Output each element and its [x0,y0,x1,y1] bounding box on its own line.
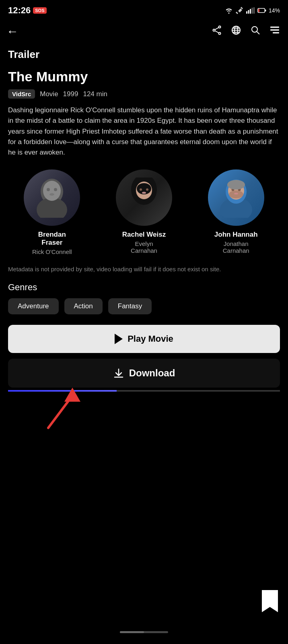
cast-member-brendan: BrendanFraser Rick O'Connell [8,169,96,255]
svg-rect-7 [258,9,259,12]
cast-name-brendan: BrendanFraser [38,231,66,247]
movie-description: Dashing legionnaire Rick O'Connell stumb… [8,105,280,158]
section-label: Trailer [8,42,280,64]
svg-point-18 [252,27,257,32]
bookmark-container [260,590,280,616]
main-content: Trailer The Mummy VidSrc Movie 1999 124 … [0,42,288,428]
movie-duration: 124 min [83,90,107,98]
svg-point-10 [219,33,221,35]
genre-action[interactable]: Action [64,298,103,314]
genre-adventure[interactable]: Adventure [8,298,59,314]
meta-row: VidSrc Movie 1999 124 min [8,89,280,99]
svg-rect-1 [248,10,249,14]
genres-row: Adventure Action Fantasy [8,298,280,314]
play-movie-label: Play Movie [128,334,173,344]
search-icon[interactable] [250,25,261,38]
svg-line-11 [215,28,219,30]
top-nav: ← [0,21,288,42]
play-movie-button[interactable]: Play Movie [8,325,280,353]
svg-rect-22 [273,32,279,33]
cast-avatar-john[interactable] [208,169,264,226]
genre-fantasy[interactable]: Fantasy [108,298,152,314]
cast-member-john: John Hannah JonathanCarnahan [192,169,280,255]
movie-year: 1999 [63,90,78,98]
status-bar: 12:26 SOS [0,0,288,21]
bottom-bar [0,620,288,644]
svg-rect-2 [250,9,251,14]
svg-rect-20 [270,27,279,28]
vidsrc-badge: VidSrc [8,89,35,99]
battery-text: 14% [269,7,280,14]
cast-avatar-rachel[interactable] [116,169,172,226]
cast-name-rachel: Rachel Weisz [122,231,166,239]
svg-rect-4 [253,7,255,14]
svg-rect-0 [246,11,247,14]
signal-icon [246,7,255,14]
svg-rect-21 [270,29,279,31]
movie-type: Movie [40,90,58,98]
svg-point-43 [227,180,245,190]
cast-member-rachel: Rachel Weisz EvelynCarnahan [100,169,188,255]
globe-icon[interactable] [231,25,241,38]
metadata-warning: Metadata is not provided by site, video … [8,265,280,273]
svg-point-25 [43,181,61,201]
bottom-progress-inner [120,631,144,633]
status-left: 12:26 SOS [8,5,47,16]
bottom-progress [120,631,168,633]
cast-row: BrendanFraser Rick O'Connell Rachel Weis… [8,169,280,255]
play-triangle-icon [115,334,123,344]
svg-rect-6 [265,10,266,12]
cast-character-rachel: EvelynCarnahan [131,240,157,254]
red-arrow [32,384,113,432]
svg-rect-3 [251,8,253,14]
status-time: 12:26 [8,5,31,16]
phone-icon [236,7,244,14]
svg-line-12 [215,31,219,33]
svg-point-33 [140,188,142,191]
status-right: 14% [224,7,280,14]
svg-point-28 [49,193,54,196]
back-button[interactable]: ← [6,25,19,37]
cast-character-brendan: Rick O'Connell [32,248,72,255]
svg-line-19 [257,32,260,35]
svg-point-42 [234,193,238,194]
svg-point-9 [213,29,215,31]
svg-point-8 [219,26,221,28]
svg-point-34 [146,188,148,191]
bookmark-icon[interactable] [260,590,280,614]
movie-title: The Mummy [8,69,280,85]
cast-character-john: JonathanCarnahan [223,240,249,254]
wifi-icon [224,7,233,14]
genres-title: Genres [8,282,280,293]
nav-right [212,25,280,38]
svg-point-26 [47,188,50,191]
arrow-container [8,392,280,428]
svg-point-35 [142,192,146,194]
menu-icon[interactable] [269,25,280,38]
cast-avatar-brendan[interactable] [24,169,80,226]
cast-name-john: John Hannah [214,231,258,239]
share-icon[interactable] [212,25,222,38]
svg-marker-46 [64,388,80,402]
download-label: Download [129,367,175,379]
nav-left: ← [6,25,19,37]
battery-icon [257,8,266,13]
download-icon [113,367,124,379]
svg-point-27 [54,188,57,191]
sos-badge: SOS [33,7,46,14]
